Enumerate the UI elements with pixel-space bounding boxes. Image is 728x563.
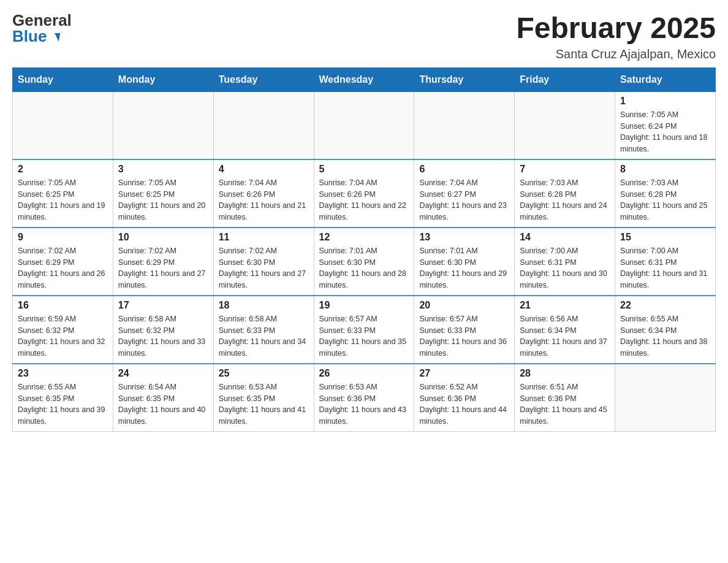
day-number: 28	[520, 368, 610, 379]
day-info: Sunrise: 7:03 AMSunset: 6:28 PMDaylight:…	[520, 177, 610, 223]
calendar-day-cell: 11Sunrise: 7:02 AMSunset: 6:30 PMDayligh…	[213, 228, 314, 296]
calendar-day-cell	[13, 91, 113, 159]
logo-blue: Blue	[12, 28, 72, 44]
day-info: Sunrise: 7:02 AMSunset: 6:29 PMDaylight:…	[118, 245, 208, 291]
calendar-day-cell: 18Sunrise: 6:58 AMSunset: 6:33 PMDayligh…	[213, 296, 314, 364]
day-number: 15	[620, 232, 710, 243]
col-friday: Friday	[515, 67, 615, 91]
col-tuesday: Tuesday	[213, 67, 314, 91]
day-number: 4	[219, 164, 309, 175]
day-info: Sunrise: 6:55 AMSunset: 6:34 PMDaylight:…	[620, 313, 710, 359]
day-number: 25	[219, 368, 309, 379]
day-number: 17	[118, 300, 208, 311]
calendar-week-row: 2Sunrise: 7:05 AMSunset: 6:25 PMDaylight…	[13, 159, 716, 228]
logo: General Blue	[12, 12, 72, 44]
calendar-day-cell: 25Sunrise: 6:53 AMSunset: 6:35 PMDayligh…	[213, 364, 314, 432]
day-number: 22	[620, 300, 710, 311]
day-number: 16	[18, 300, 108, 311]
calendar-day-cell: 5Sunrise: 7:04 AMSunset: 6:26 PMDaylight…	[314, 159, 414, 228]
day-info: Sunrise: 6:53 AMSunset: 6:36 PMDaylight:…	[319, 381, 409, 427]
calendar-day-cell: 4Sunrise: 7:04 AMSunset: 6:26 PMDaylight…	[213, 159, 314, 228]
calendar-day-cell: 21Sunrise: 6:56 AMSunset: 6:34 PMDayligh…	[515, 296, 615, 364]
title-section: February 2025 Santa Cruz Ajajalpan, Mexi…	[516, 12, 716, 61]
day-number: 2	[18, 164, 108, 175]
day-info: Sunrise: 7:01 AMSunset: 6:30 PMDaylight:…	[419, 245, 509, 291]
day-info: Sunrise: 6:55 AMSunset: 6:35 PMDaylight:…	[18, 381, 108, 427]
day-info: Sunrise: 7:00 AMSunset: 6:31 PMDaylight:…	[620, 245, 710, 291]
calendar-day-cell: 10Sunrise: 7:02 AMSunset: 6:29 PMDayligh…	[113, 228, 213, 296]
day-info: Sunrise: 6:51 AMSunset: 6:36 PMDaylight:…	[520, 381, 610, 427]
day-number: 23	[18, 368, 108, 379]
day-number: 13	[419, 232, 509, 243]
calendar-day-cell: 27Sunrise: 6:52 AMSunset: 6:36 PMDayligh…	[414, 364, 515, 432]
col-sunday: Sunday	[13, 67, 113, 91]
day-number: 10	[118, 232, 208, 243]
day-info: Sunrise: 7:03 AMSunset: 6:28 PMDaylight:…	[620, 177, 710, 223]
logo-arrow-icon	[53, 33, 59, 42]
day-info: Sunrise: 7:04 AMSunset: 6:26 PMDaylight:…	[219, 177, 309, 223]
calendar-day-cell: 23Sunrise: 6:55 AMSunset: 6:35 PMDayligh…	[13, 364, 113, 432]
day-info: Sunrise: 6:59 AMSunset: 6:32 PMDaylight:…	[18, 313, 108, 359]
logo-general: General	[12, 12, 72, 28]
day-info: Sunrise: 7:05 AMSunset: 6:25 PMDaylight:…	[18, 177, 108, 223]
calendar-day-cell	[113, 91, 213, 159]
calendar-day-cell: 13Sunrise: 7:01 AMSunset: 6:30 PMDayligh…	[414, 228, 515, 296]
calendar-header-row: Sunday Monday Tuesday Wednesday Thursday…	[13, 67, 716, 91]
day-number: 21	[520, 300, 610, 311]
day-number: 14	[520, 232, 610, 243]
col-monday: Monday	[113, 67, 213, 91]
day-info: Sunrise: 7:04 AMSunset: 6:26 PMDaylight:…	[319, 177, 409, 223]
calendar-week-row: 9Sunrise: 7:02 AMSunset: 6:29 PMDaylight…	[13, 228, 716, 296]
day-info: Sunrise: 6:58 AMSunset: 6:32 PMDaylight:…	[118, 313, 208, 359]
day-number: 3	[118, 164, 208, 175]
calendar-day-cell: 17Sunrise: 6:58 AMSunset: 6:32 PMDayligh…	[113, 296, 213, 364]
day-info: Sunrise: 7:04 AMSunset: 6:27 PMDaylight:…	[419, 177, 509, 223]
col-thursday: Thursday	[414, 67, 515, 91]
day-number: 11	[219, 232, 309, 243]
calendar-table: Sunday Monday Tuesday Wednesday Thursday…	[12, 67, 716, 432]
day-number: 6	[419, 164, 509, 175]
col-saturday: Saturday	[615, 67, 716, 91]
day-number: 26	[319, 368, 409, 379]
calendar-day-cell: 9Sunrise: 7:02 AMSunset: 6:29 PMDaylight…	[13, 228, 113, 296]
day-number: 20	[419, 300, 509, 311]
day-info: Sunrise: 6:53 AMSunset: 6:35 PMDaylight:…	[219, 381, 309, 427]
day-number: 27	[419, 368, 509, 379]
calendar-day-cell: 24Sunrise: 6:54 AMSunset: 6:35 PMDayligh…	[113, 364, 213, 432]
day-number: 18	[219, 300, 309, 311]
day-number: 12	[319, 232, 409, 243]
day-info: Sunrise: 7:05 AMSunset: 6:24 PMDaylight:…	[620, 109, 710, 155]
calendar-day-cell: 7Sunrise: 7:03 AMSunset: 6:28 PMDaylight…	[515, 159, 615, 228]
calendar-day-cell: 2Sunrise: 7:05 AMSunset: 6:25 PMDaylight…	[13, 159, 113, 228]
calendar-day-cell	[213, 91, 314, 159]
day-info: Sunrise: 6:54 AMSunset: 6:35 PMDaylight:…	[118, 381, 208, 427]
day-info: Sunrise: 7:02 AMSunset: 6:29 PMDaylight:…	[18, 245, 108, 291]
calendar-day-cell: 15Sunrise: 7:00 AMSunset: 6:31 PMDayligh…	[615, 228, 716, 296]
day-number: 7	[520, 164, 610, 175]
day-number: 1	[620, 96, 710, 107]
calendar-day-cell: 22Sunrise: 6:55 AMSunset: 6:34 PMDayligh…	[615, 296, 716, 364]
calendar-day-cell: 6Sunrise: 7:04 AMSunset: 6:27 PMDaylight…	[414, 159, 515, 228]
calendar-day-cell: 3Sunrise: 7:05 AMSunset: 6:25 PMDaylight…	[113, 159, 213, 228]
day-info: Sunrise: 6:57 AMSunset: 6:33 PMDaylight:…	[319, 313, 409, 359]
day-number: 8	[620, 164, 710, 175]
calendar-day-cell	[615, 364, 716, 432]
calendar-day-cell	[414, 91, 515, 159]
location-subtitle: Santa Cruz Ajajalpan, Mexico	[516, 47, 716, 61]
calendar-day-cell: 28Sunrise: 6:51 AMSunset: 6:36 PMDayligh…	[515, 364, 615, 432]
day-number: 19	[319, 300, 409, 311]
calendar-day-cell: 19Sunrise: 6:57 AMSunset: 6:33 PMDayligh…	[314, 296, 414, 364]
page-header: General Blue February 2025 Santa Cruz Aj…	[12, 12, 716, 61]
calendar-day-cell: 20Sunrise: 6:57 AMSunset: 6:33 PMDayligh…	[414, 296, 515, 364]
calendar-day-cell: 1Sunrise: 7:05 AMSunset: 6:24 PMDaylight…	[615, 91, 716, 159]
calendar-day-cell	[515, 91, 615, 159]
day-info: Sunrise: 7:05 AMSunset: 6:25 PMDaylight:…	[118, 177, 208, 223]
day-info: Sunrise: 6:58 AMSunset: 6:33 PMDaylight:…	[219, 313, 309, 359]
col-wednesday: Wednesday	[314, 67, 414, 91]
calendar-day-cell: 26Sunrise: 6:53 AMSunset: 6:36 PMDayligh…	[314, 364, 414, 432]
day-info: Sunrise: 7:02 AMSunset: 6:30 PMDaylight:…	[219, 245, 309, 291]
calendar-day-cell: 12Sunrise: 7:01 AMSunset: 6:30 PMDayligh…	[314, 228, 414, 296]
day-number: 5	[319, 164, 409, 175]
calendar-week-row: 16Sunrise: 6:59 AMSunset: 6:32 PMDayligh…	[13, 296, 716, 364]
calendar-day-cell	[314, 91, 414, 159]
